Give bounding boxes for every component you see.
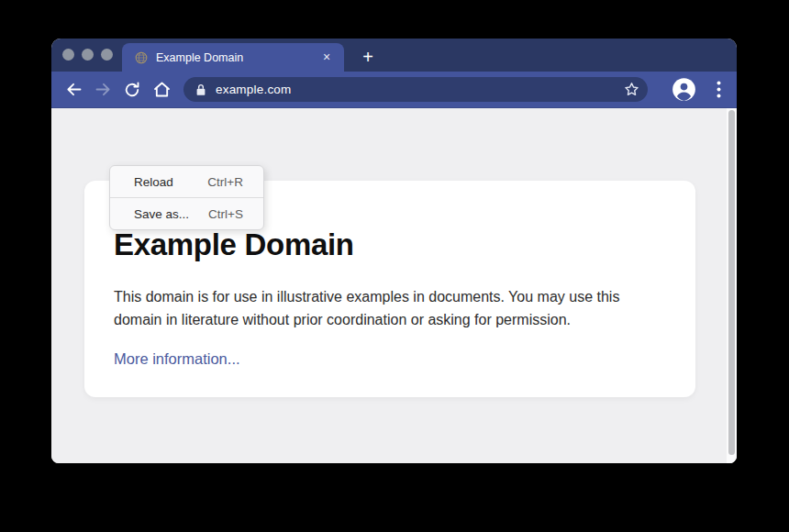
url-text: example.com (216, 83, 291, 96)
browser-window: Example Domain × + (51, 39, 737, 463)
menu-item-label: Reload (134, 175, 173, 189)
profile-avatar-button[interactable] (672, 77, 696, 102)
more-information-link[interactable]: More information... (114, 350, 240, 368)
back-button[interactable] (59, 75, 88, 105)
scrollbar-thumb[interactable] (728, 110, 735, 455)
context-menu: Reload Ctrl+R Save as... Ctrl+S (109, 165, 264, 230)
paragraph-line: domain in literature without prior coord… (114, 308, 666, 331)
lock-icon (195, 83, 206, 96)
browser-toolbar: example.com (51, 72, 737, 108)
title-bar: Example Domain × + (51, 39, 737, 72)
page-title: Example Domain (114, 227, 666, 262)
home-icon (152, 80, 172, 99)
reload-icon (123, 81, 141, 99)
tab-title: Example Domain (156, 51, 318, 64)
home-button[interactable] (147, 75, 176, 105)
reload-button[interactable] (117, 75, 147, 105)
browser-tab[interactable]: Example Domain × (122, 43, 344, 72)
menu-item-label: Save as... (134, 207, 189, 221)
forward-arrow-icon (94, 80, 113, 99)
three-dots-icon (717, 81, 721, 98)
context-menu-item-reload[interactable]: Reload Ctrl+R (110, 166, 263, 197)
new-tab-button[interactable]: + (356, 43, 380, 72)
context-menu-item-save-as[interactable]: Save as... Ctrl+S (110, 198, 263, 229)
forward-button[interactable] (88, 75, 117, 105)
address-bar[interactable]: example.com (183, 77, 648, 102)
menu-item-shortcut: Ctrl+S (208, 207, 243, 221)
favicon-globe-icon (135, 51, 148, 64)
page-content: Example Domain This domain is for use in… (51, 108, 737, 463)
page-paragraph: This domain is for use in illustrative e… (114, 285, 666, 331)
scrollbar-track[interactable] (727, 108, 737, 463)
back-arrow-icon (64, 80, 83, 99)
window-controls (62, 49, 113, 61)
close-window-button[interactable] (62, 49, 74, 61)
tab-close-icon[interactable]: × (318, 50, 335, 66)
minimize-window-button[interactable] (82, 49, 94, 61)
menu-item-shortcut: Ctrl+R (207, 175, 243, 189)
avatar-icon (672, 77, 696, 102)
maximize-window-button[interactable] (101, 49, 113, 61)
paragraph-line: This domain is for use in illustrative e… (114, 285, 666, 308)
bookmark-star-button[interactable] (623, 81, 640, 98)
browser-menu-button[interactable] (709, 81, 728, 98)
